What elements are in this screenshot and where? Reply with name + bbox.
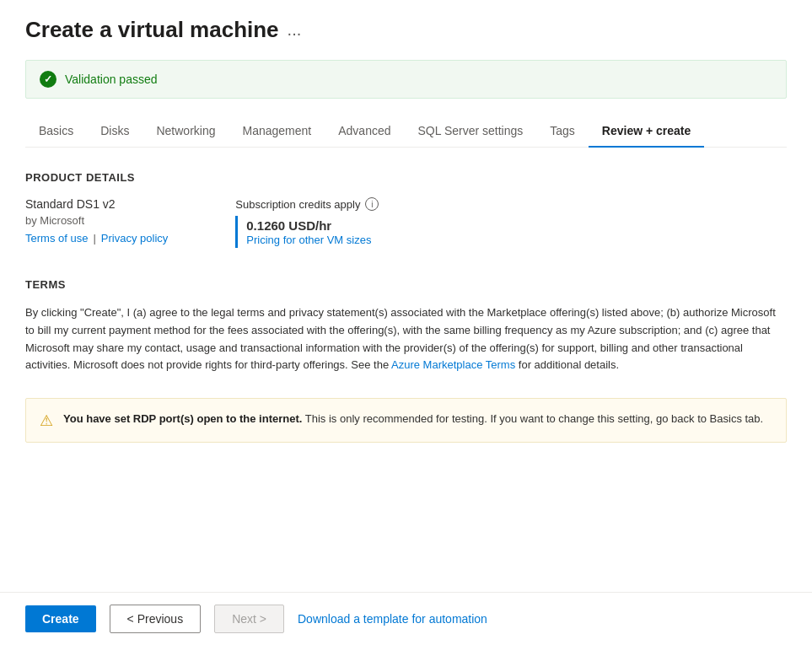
tab-basics[interactable]: Basics [25, 116, 87, 148]
product-details-title: PRODUCT DETAILS [25, 171, 787, 184]
create-button[interactable]: Create [25, 605, 96, 632]
tab-navigation: Basics Disks Networking Management Advan… [25, 116, 787, 148]
tab-tags[interactable]: Tags [536, 116, 589, 148]
warning-text: You have set RDP port(s) open to the int… [63, 411, 763, 427]
product-by: by Microsoft [25, 214, 168, 227]
validation-banner: Validation passed [25, 60, 787, 99]
privacy-policy-link[interactable]: Privacy policy [101, 232, 168, 245]
tab-networking[interactable]: Networking [143, 116, 229, 148]
terms-of-use-link[interactable]: Terms of use [25, 232, 88, 245]
product-details-section: PRODUCT DETAILS Standard DS1 v2 by Micro… [25, 171, 787, 253]
price-value: 0.1260 USD/hr [246, 218, 371, 233]
warning-banner: ⚠ You have set RDP port(s) open to the i… [25, 398, 787, 443]
price-bar [235, 216, 238, 248]
info-icon[interactable]: i [365, 197, 379, 211]
product-name: Standard DS1 v2 [25, 197, 168, 211]
tab-sql-server-settings[interactable]: SQL Server settings [405, 116, 537, 148]
terms-section-title: TERMS [25, 278, 787, 291]
tab-review-create[interactable]: Review + create [589, 116, 704, 148]
footer-bar: Create < Previous Next > Download a temp… [0, 592, 812, 645]
validation-text: Validation passed [65, 73, 157, 86]
warning-triangle-icon: ⚠ [40, 411, 53, 430]
next-button: Next > [214, 605, 284, 633]
subscription-credits-label: Subscription credits apply [235, 198, 360, 211]
title-menu-icon[interactable]: ... [288, 20, 302, 40]
terms-text: By clicking "Create", I (a) agree to the… [25, 304, 784, 374]
tab-advanced[interactable]: Advanced [325, 116, 404, 148]
page-title: Create a virtual machine [25, 17, 279, 43]
link-separator: | [93, 232, 95, 245]
tab-management[interactable]: Management [229, 116, 325, 148]
terms-section: TERMS By clicking "Create", I (a) agree … [25, 278, 787, 374]
tab-disks[interactable]: Disks [87, 116, 143, 148]
previous-button[interactable]: < Previous [110, 605, 202, 633]
pricing-link[interactable]: Pricing for other VM sizes [246, 234, 371, 246]
download-template-link[interactable]: Download a template for automation [298, 612, 487, 626]
azure-marketplace-terms-link[interactable]: Azure Marketplace Terms [391, 358, 515, 371]
validation-check-icon [40, 71, 56, 88]
